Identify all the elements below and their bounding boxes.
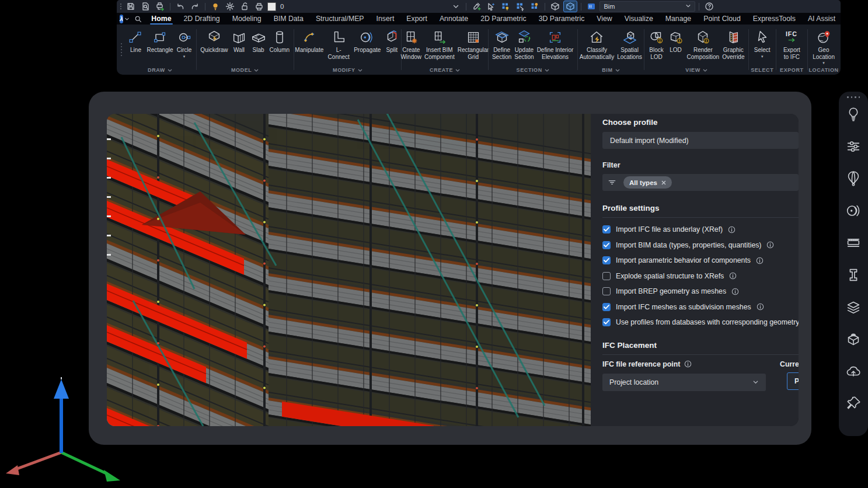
tab-2d-drafting[interactable]: 2D Drafting: [177, 13, 226, 25]
ribbon-tool-define-section[interactable]: Define Section: [491, 29, 513, 60]
ribbon-tool-circle[interactable]: Circle: [175, 29, 194, 58]
undo-button[interactable]: [174, 1, 187, 12]
tab-expresstools[interactable]: ExpressTools: [747, 13, 801, 25]
checkbox[interactable]: [602, 272, 611, 280]
ribbon-tool-export-to-ifc[interactable]: IFCExport to IFC: [780, 29, 803, 60]
tab-modeling[interactable]: Modeling: [226, 13, 267, 25]
rail-profile-button[interactable]: [842, 262, 864, 290]
rail-settings-button[interactable]: [842, 134, 864, 162]
ribbon-tool-update-section[interactable]: Update Section: [513, 29, 535, 60]
ribbon-tool-rectangular-grid[interactable]: Rectangular Grid: [456, 29, 490, 60]
ribbon-tool-graphic-override[interactable]: Graphic Override: [721, 29, 745, 60]
ribbon-tool-geo-location[interactable]: Geo Location: [811, 29, 836, 65]
ribbon-group-title-model[interactable]: MODEL: [197, 65, 294, 75]
ribbon-group-title-section[interactable]: SECTION: [489, 65, 577, 75]
info-icon[interactable]: [731, 288, 739, 295]
ribbon-tool-manipulate[interactable]: Manipulate: [294, 29, 325, 54]
checkbox[interactable]: [602, 225, 611, 233]
checkbox-row-import-parametric[interactable]: Import parametric behavior of components: [602, 253, 799, 269]
match-properties-eyedropper-icon[interactable]: [470, 1, 483, 12]
tab-point-cloud[interactable]: Point Cloud: [698, 13, 747, 25]
tab-home[interactable]: Home: [145, 13, 177, 25]
cube-wireframe-icon[interactable]: [549, 1, 562, 12]
checkbox-row-profiles-from-databases[interactable]: Use profiles from databases with corresp…: [602, 315, 799, 330]
rail-deck-button[interactable]: [842, 230, 864, 258]
ribbon-tool-define-interior-elevations[interactable]: Define Interior Elevations: [536, 29, 575, 60]
ribbon-tool-block-lod[interactable]: Block LOD: [647, 29, 666, 60]
tab-export[interactable]: Export: [400, 13, 434, 25]
checkbox-row-import-brep[interactable]: Import BREP geometry as meshes: [602, 284, 799, 299]
info-icon[interactable]: [757, 303, 764, 311]
layer-freeze-sun-icon[interactable]: [224, 1, 236, 12]
quad-grid-bulb-icon[interactable]: [499, 1, 512, 12]
tab-annotate[interactable]: Annotate: [433, 13, 474, 25]
bricscad-logo[interactable]: λ: [120, 15, 123, 23]
publish-button[interactable]: [154, 1, 166, 12]
ribbon-group-title-view[interactable]: VIEW: [644, 65, 748, 75]
checkbox-row-explode-spatial[interactable]: Explode spatial structure to XRefs: [602, 269, 799, 284]
ribbon-group-title-create[interactable]: CREATE: [402, 65, 488, 75]
rail-cloud-button[interactable]: [842, 358, 864, 386]
ribbon-tool-insert-bim-component[interactable]: Insert BIM Component: [423, 29, 456, 60]
info-icon[interactable]: [766, 241, 774, 249]
checkbox-row-subdivision-meshes[interactable]: Import IFC meshes as subdivision meshes: [602, 299, 799, 315]
ribbon-tool-create-window[interactable]: Create Window: [399, 29, 423, 60]
save-button[interactable]: [124, 1, 137, 12]
ribbon-tool-spatial-locations[interactable]: Spatial Locations: [616, 29, 643, 60]
app-menu-chevron-icon[interactable]: [124, 13, 130, 24]
filter-chip-all-types[interactable]: All types: [623, 176, 672, 189]
info-icon[interactable]: [684, 360, 692, 368]
tab-ai-assist[interactable]: AI Assist: [801, 13, 841, 25]
tab-visualize[interactable]: Visualize: [618, 13, 659, 25]
current-layer-value[interactable]: 0: [280, 3, 284, 10]
ribbon-grip[interactable]: [119, 25, 124, 75]
workspace-panel-icon[interactable]: [585, 1, 598, 12]
checkbox-row-import-bim-data[interactable]: Import BIM data (types, properties, quan…: [602, 238, 799, 253]
tab-3d-parametric[interactable]: 3D Parametric: [532, 13, 591, 25]
ribbon-tool-l-connect[interactable]: L-Connect: [325, 29, 352, 60]
layer-lock-icon[interactable]: [238, 1, 251, 12]
checkbox[interactable]: [602, 241, 611, 249]
checkbox[interactable]: [602, 287, 611, 295]
filter-input[interactable]: All types: [602, 174, 799, 191]
ribbon-group-title-bim[interactable]: BIM: [577, 65, 644, 75]
cube-shaded-active-icon[interactable]: [563, 1, 577, 12]
ribbon-tool-wall[interactable]: Wall: [230, 29, 249, 54]
help-button[interactable]: [703, 1, 716, 12]
checkbox-row-import-underlay[interactable]: Import IFC file as underlay (XRef): [602, 222, 799, 238]
tab-insert[interactable]: Insert: [370, 13, 400, 25]
ribbon-tool-split[interactable]: Split: [382, 29, 401, 54]
ribbon-tool-render-composition[interactable]: Render Composition: [686, 29, 721, 60]
quad-grid-cursor-icon[interactable]: [514, 1, 527, 12]
ribbon-tool-lod[interactable]: LOD: [667, 29, 685, 54]
profile-select[interactable]: Default import (Modified): [602, 132, 799, 149]
layer-on-bulb-icon[interactable]: [209, 1, 222, 12]
ribbon-group-title-export[interactable]: EXPORT: [776, 65, 807, 75]
info-icon[interactable]: [729, 272, 737, 280]
tab-structural-mep[interactable]: Structural/MEP: [309, 13, 370, 25]
rail-light-button[interactable]: [842, 102, 864, 130]
quad-grid-bulb-2-icon[interactable]: [528, 1, 541, 12]
ribbon-tool-rectangle[interactable]: Rectangle: [145, 29, 174, 54]
ribbon-group-title-modify[interactable]: MODIFY: [294, 65, 401, 75]
current-location-button[interactable]: Proje: [787, 372, 799, 390]
ribbon-tool-propagate[interactable]: Propagate: [353, 29, 382, 54]
checkbox[interactable]: [602, 256, 611, 264]
ribbon-group-title-select[interactable]: SELECT: [749, 65, 776, 75]
viewport-3d-model[interactable]: [107, 114, 591, 426]
rail-block-button[interactable]: [842, 326, 864, 354]
checkbox[interactable]: [602, 318, 611, 326]
chip-close-icon[interactable]: [661, 180, 666, 185]
ribbon-tool-slab[interactable]: Slab: [249, 29, 268, 54]
rail-propagate-button[interactable]: [842, 198, 864, 226]
select-similar-cursor-icon[interactable]: [484, 1, 497, 12]
reference-point-select[interactable]: Project location: [602, 374, 766, 391]
rail-pin-button[interactable]: [842, 391, 864, 419]
ribbon-tool-line[interactable]: Line: [126, 29, 145, 54]
search-icon[interactable]: [134, 15, 142, 23]
redo-button[interactable]: [189, 1, 201, 12]
toolbar-grip[interactable]: [120, 4, 121, 9]
rail-layers-button[interactable]: [842, 294, 864, 322]
rail-drag-handle[interactable]: [847, 96, 860, 98]
tab-2d-parametric[interactable]: 2D Parametric: [475, 13, 533, 25]
